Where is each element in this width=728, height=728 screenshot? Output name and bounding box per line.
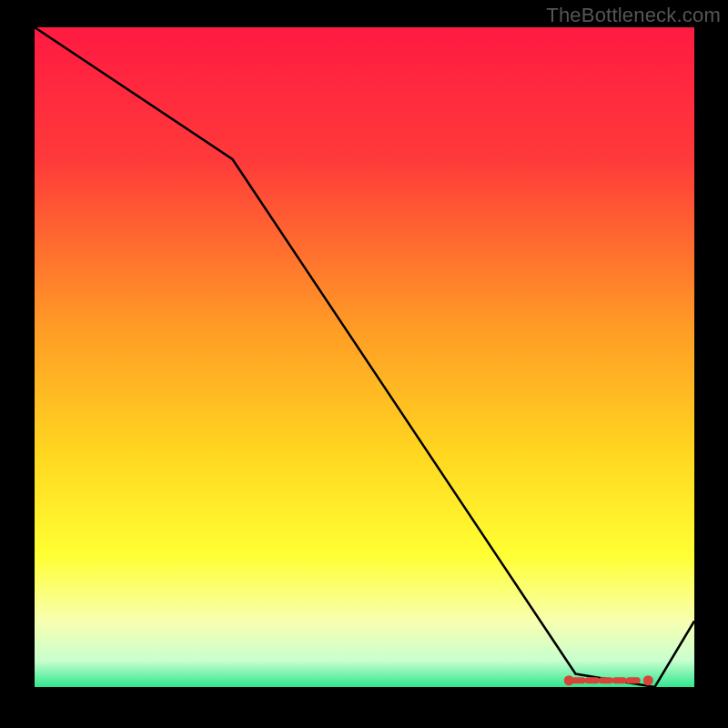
watermark: TheBottleneck.com xyxy=(546,4,721,27)
bottleneck-chart xyxy=(35,27,694,687)
marker-endpoint xyxy=(643,675,653,685)
chart-svg xyxy=(35,27,694,687)
